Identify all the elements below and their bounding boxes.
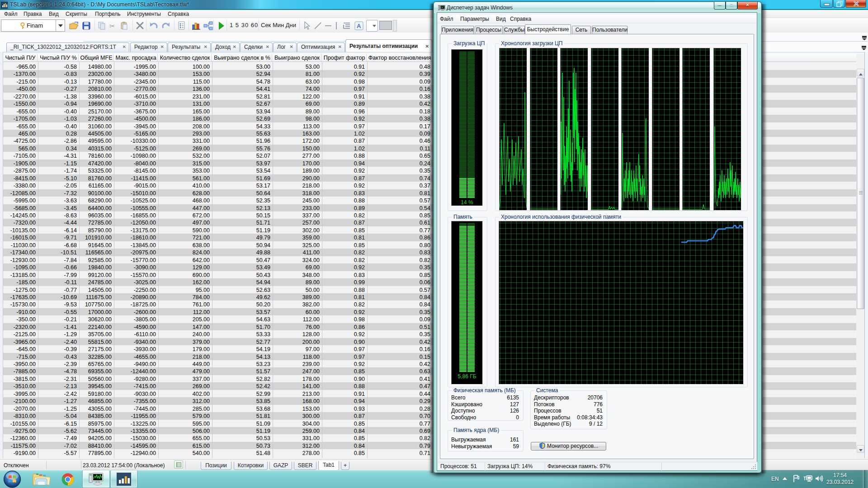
svg-text:✂: ✂ [109, 22, 115, 30]
svg-text:A: A [357, 23, 361, 29]
